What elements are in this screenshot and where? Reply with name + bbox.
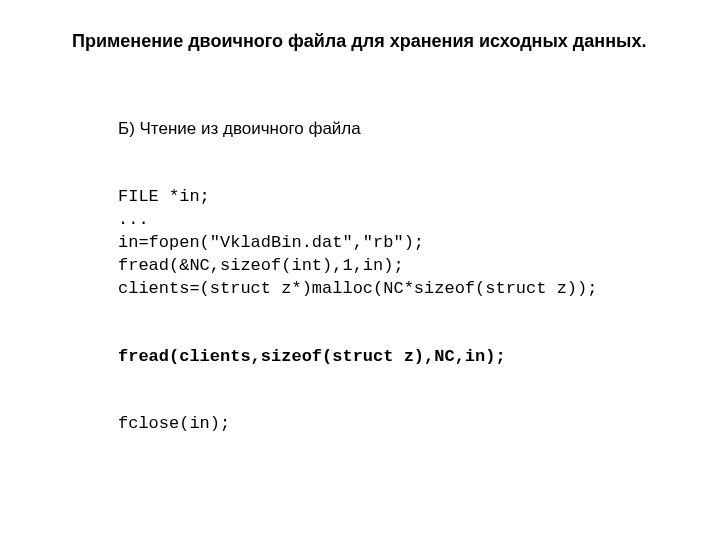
slide: Применение двоичного файла для хранения … [0,0,720,540]
code-blank-line [118,368,660,390]
section-subhead: Б) Чтение из двоичного файла [118,118,660,141]
code-blank-line [118,301,660,323]
slide-body: Б) Чтение из двоичного файла FILE *in; .… [118,118,660,459]
slide-title: Применение двоичного файла для хранения … [72,30,680,53]
code-line: fread(&NC,sizeof(int),1,in); [118,256,404,275]
code-line: in=fopen("VkladBin.dat","rb"); [118,233,424,252]
code-line: fclose(in); [118,414,230,433]
code-line-emphasis: fread(clients,sizeof(struct z),NC,in); [118,347,506,366]
code-line: FILE *in; [118,187,210,206]
code-block: FILE *in; ... in=fopen("VkladBin.dat","r… [118,163,660,459]
code-line: ... [118,210,149,229]
code-line: clients=(struct z*)malloc(NC*sizeof(stru… [118,279,597,298]
